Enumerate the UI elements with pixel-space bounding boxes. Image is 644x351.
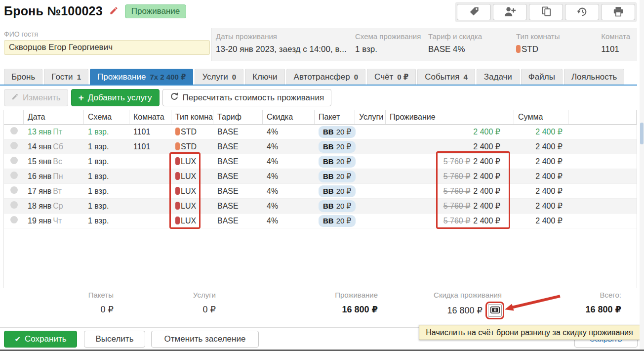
tab[interactable]: Гости 1 xyxy=(44,69,88,85)
info-field-value: STD xyxy=(516,44,597,54)
history-button[interactable] xyxy=(565,4,599,20)
tab-label: Услуги xyxy=(202,72,228,82)
package-badge: BB20 ₽ xyxy=(319,171,356,182)
row-select-radio[interactable] xyxy=(10,157,18,164)
row-select-radio[interactable] xyxy=(10,127,18,134)
table-row[interactable]: 15 янвВс 1 взр. LUX BASE 4% BB20 ₽ 5 760… xyxy=(4,154,637,169)
room-type-color-icon xyxy=(175,157,180,165)
tab-badge: 7x 2 400 ₽ xyxy=(150,73,186,82)
print-button[interactable] xyxy=(601,4,635,20)
table-row[interactable]: 14 янвСб 1 взр. 1101 STD BASE 4% BB20 ₽ … xyxy=(4,139,637,154)
info-field-value: BASE 4% xyxy=(428,44,516,54)
column-header: Схема xyxy=(84,110,129,124)
table-row[interactable]: 17 янвВт 1 взр. LUX BASE 4% BB20 ₽ 5 760… xyxy=(4,184,637,199)
column-header xyxy=(568,110,637,124)
row-select-radio[interactable] xyxy=(10,172,18,179)
cell-discount: 4% xyxy=(263,128,315,136)
tab-badge: 0 xyxy=(232,73,236,81)
info-field: Схема проживания 1 взр. xyxy=(355,32,428,61)
cell-room-type: LUX xyxy=(171,187,213,196)
tab[interactable]: Ключи xyxy=(245,69,285,85)
cell-tariff: BASE xyxy=(213,128,263,136)
package-badge: BB20 ₽ xyxy=(319,141,356,153)
guest-name-input[interactable] xyxy=(4,40,210,55)
column-header: Сумма xyxy=(514,110,568,124)
cell-date: 15 янвВс xyxy=(24,157,84,166)
tab-badge: 0 xyxy=(354,73,358,81)
day-of-week: Вс xyxy=(53,157,62,166)
history-icon xyxy=(577,6,588,18)
row-select-radio[interactable] xyxy=(10,201,18,209)
cell-tariff: BASE xyxy=(213,217,263,225)
row-select-radio[interactable] xyxy=(10,216,18,223)
row-select-radio[interactable] xyxy=(10,142,18,149)
evict-button[interactable]: Выселить xyxy=(84,331,145,348)
edit-booking-button[interactable] xyxy=(109,6,119,17)
package-badge: BB20 ₽ xyxy=(319,215,356,227)
total-value: 16 800 ₽ xyxy=(447,305,483,316)
column-header: Тип комна... xyxy=(171,110,213,124)
pencil-icon xyxy=(109,6,119,17)
day-of-week: Ср xyxy=(53,202,63,210)
info-field: Тариф и скидка BASE 4% xyxy=(428,32,516,61)
copy-icon xyxy=(541,6,552,18)
cell-room-type: LUX xyxy=(171,172,213,181)
cell-scheme: 1 взр. xyxy=(84,187,129,196)
cell-tariff: BASE xyxy=(213,172,263,181)
tab[interactable]: Лояльность xyxy=(564,69,625,85)
cell-discount: 4% xyxy=(263,142,315,151)
day-of-week: Пт xyxy=(53,128,62,136)
tab-label: Лояльность xyxy=(571,72,617,82)
cancel-checkin-button[interactable]: Отменить заселение xyxy=(151,331,259,348)
tab[interactable]: Услуги 0 xyxy=(195,69,243,85)
edit-row-button[interactable]: Изменить xyxy=(4,89,68,106)
page-title: Бронь №100023 xyxy=(4,4,103,18)
room-type-color-icon xyxy=(175,142,180,150)
cell-package: BB20 ₽ xyxy=(315,156,355,168)
cell-package: BB20 ₽ xyxy=(315,185,355,197)
tab[interactable]: Проживание 7x 2 400 ₽ xyxy=(90,69,193,85)
cell-discount: 4% xyxy=(263,187,315,196)
cell-room-type: STD xyxy=(171,142,213,151)
tab[interactable]: Бронь xyxy=(4,69,42,85)
add-guest-button[interactable] xyxy=(493,4,527,20)
tab[interactable]: Задачи xyxy=(477,69,520,85)
old-price: 5 760 ₽ xyxy=(443,187,471,195)
cell-scheme: 1 взр. xyxy=(84,202,129,211)
room-type-color-icon xyxy=(175,187,180,195)
row-select-radio[interactable] xyxy=(10,186,18,194)
vertical-scrollbar[interactable] xyxy=(640,0,644,351)
discount-tooltip: Начислить на счёт брони разницу за скидк… xyxy=(419,325,640,340)
scrollbar-thumb[interactable] xyxy=(640,123,644,144)
column-header: Пакет xyxy=(315,110,355,124)
tag-button[interactable] xyxy=(457,4,491,20)
day-of-week: Вт xyxy=(53,187,61,195)
save-button[interactable]: ✔ Сохранить xyxy=(4,331,77,348)
charge-discount-button[interactable] xyxy=(488,304,502,317)
recalculate-button[interactable]: Пересчитать стоимость проживания xyxy=(162,89,332,106)
tab[interactable]: Автотрансфер 0 xyxy=(286,69,366,85)
tab[interactable]: События 4 xyxy=(417,69,475,85)
total-value: 16 800 ₽ xyxy=(342,304,378,315)
info-field: Тип комнаты STD xyxy=(516,32,597,61)
table-row[interactable]: 16 янвПн 1 взр. LUX BASE 4% BB20 ₽ 5 760… xyxy=(4,169,637,184)
pencil-icon xyxy=(11,93,19,103)
tab-label: Бронь xyxy=(11,72,35,82)
add-service-button[interactable]: + Добавить услугу xyxy=(71,89,160,106)
cell-sum: 2 400 ₽ xyxy=(514,142,568,151)
tab[interactable]: Файлы xyxy=(521,69,563,85)
tag-icon xyxy=(469,6,480,18)
tab-label: Проживание xyxy=(97,72,146,82)
table-row[interactable]: 13 янвПт 1 взр. 1101 STD BASE 4% BB20 ₽ … xyxy=(4,125,637,139)
tab[interactable]: Счёт 0 ₽ xyxy=(367,69,416,85)
cell-sum: 2 400 ₽ xyxy=(514,201,568,211)
copy-button[interactable] xyxy=(529,4,563,20)
column-header xyxy=(4,110,24,124)
check-icon: ✔ xyxy=(14,335,21,344)
table-row[interactable]: 18 янвСр 1 взр. LUX BASE 4% BB20 ₽ 5 760… xyxy=(4,199,637,214)
info-field-value: 13-20 янв 2023, заезд с 14:00, в... xyxy=(216,44,355,54)
tab-badge: 1 xyxy=(77,73,81,81)
table-row[interactable]: 19 янвЧт 1 взр. LUX BASE 4% BB20 ₽ 5 760… xyxy=(4,214,637,228)
cell-package: BB20 ₽ xyxy=(315,200,355,212)
cell-tariff: BASE xyxy=(213,157,263,166)
